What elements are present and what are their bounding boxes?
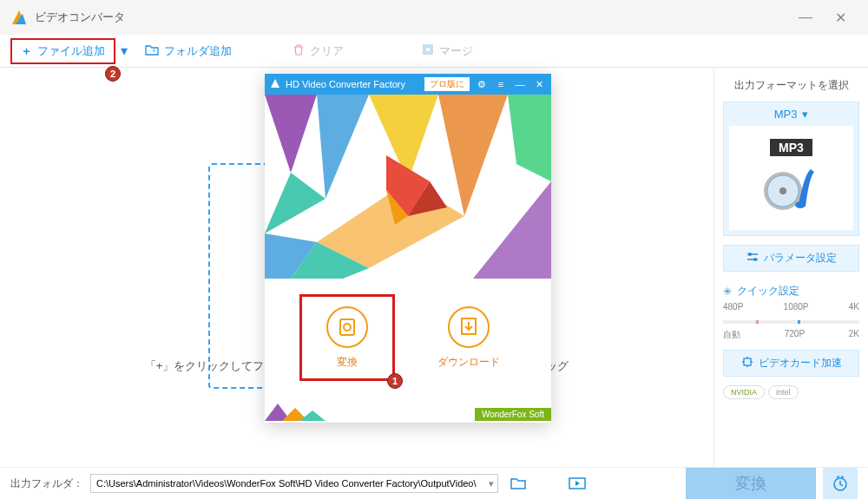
asterisk-icon: ✳ [723,286,732,298]
format-name: MP3 [774,108,798,121]
param-label: パラメータ設定 [764,251,837,266]
folder-plus-icon: + [145,43,159,58]
scale-4k: 4K [849,302,859,312]
app-logo-icon [10,9,28,26]
gpu-label: ビデオカード加速 [759,356,842,371]
svg-marker-7 [317,95,369,199]
merge-icon [422,43,434,58]
output-path-field[interactable]: C:\Users\Administrator\Videos\WonderFox … [90,474,498,493]
bottom-bar: 出力フォルダ： C:\Users\Administrator\Videos\Wo… [0,467,868,499]
add-file-button[interactable]: ＋ ファイル追加 2 [10,38,115,64]
open-folder-button[interactable] [564,473,590,494]
output-folder-label: 出力フォルダ： [10,476,83,491]
help-icon[interactable]: ≡ [494,79,508,89]
merge-label: マージ [439,43,473,59]
add-file-dropdown[interactable]: ▾ [121,43,128,59]
convert-icon [326,306,368,348]
title-bar: ビデオコンバータ — ✕ [0,0,868,35]
gpu-acceleration-button[interactable]: ビデオカード加速 [723,350,859,377]
nvidia-badge: NVIDIA [723,385,765,399]
svg-rect-19 [340,319,354,335]
output-path-text: C:\Users\Administrator\Videos\WonderFox … [96,478,477,489]
toolbar: ＋ ファイル追加 2 ▾ + フォルダ追加 クリア マージ [0,35,868,68]
add-file-label: ファイル追加 [37,43,105,59]
svg-point-29 [748,253,752,256]
parameter-settings-button[interactable]: パラメータ設定 [723,245,859,272]
launcher-banner [265,95,551,279]
download-icon [448,306,490,348]
clear-label: クリア [310,43,344,59]
svg-marker-8 [265,173,326,233]
clear-button[interactable]: クリア [284,40,352,62]
launcher-tiles: 変換 1 ダウンロード [265,279,551,386]
pro-badge[interactable]: プロ版に [424,77,470,91]
minimize-button[interactable]: — [788,4,823,30]
chevron-down-icon: ▾ [489,478,494,489]
launcher-logo-icon [270,78,280,90]
scale-2k: 2K [849,329,859,341]
format-icon: MP3 [729,126,853,230]
convert-label: 変換 [337,355,358,370]
svg-marker-11 [508,95,551,181]
scale-480p: 480P [723,302,743,312]
center-pane: 「+」をクリックしてファイルを追加するか、複数のビデオやオーディオをドラッグしま… [0,68,713,467]
gpu-logos: NVIDIA intel [723,385,859,399]
footer-triangles-icon [265,404,326,421]
svg-marker-10 [438,95,508,216]
svg-point-30 [753,258,757,261]
chip-icon [741,356,753,371]
settings-icon[interactable]: ⚙ [475,79,489,90]
browse-folder-button[interactable] [505,473,531,494]
scale-1080p: 1080P [784,302,809,312]
main-content: 「+」をクリックしてファイルを追加するか、複数のビデオやオーディオをドラッグしま… [0,68,868,467]
launcher-window: HD Video Converter Factory プロ版に ⚙ ≡ — ✕ [265,74,551,423]
add-folder-button[interactable]: + フォルダ追加 [136,40,240,62]
svg-point-27 [779,187,786,194]
merge-button[interactable]: マージ [413,40,482,62]
launcher-close-button[interactable]: ✕ [532,79,546,90]
svg-point-28 [795,201,806,208]
sliders-icon [746,252,759,265]
svg-marker-24 [299,410,326,421]
scale-720p: 720P [785,329,805,341]
schedule-button[interactable] [823,468,858,500]
download-label: ダウンロード [437,355,500,370]
svg-rect-31 [744,358,751,365]
svg-marker-5 [271,79,279,88]
svg-text:+: + [152,47,156,55]
add-folder-label: フォルダ追加 [164,43,232,59]
sidebar: 出力フォーマットを選択 MP3 ▾ MP3 パラメータ設定 [713,68,868,467]
convert-button[interactable]: 変換 [686,468,816,500]
trash-icon [293,43,305,58]
launcher-header: HD Video Converter Factory プロ版に ⚙ ≡ — ✕ [265,74,551,95]
chevron-down-icon: ▾ [802,108,808,121]
window-title: ビデオコンバータ [35,10,788,25]
annotation-1: 1 [387,373,403,389]
output-format-selector[interactable]: MP3 ▾ MP3 [723,102,859,236]
intel-badge: intel [768,385,799,399]
svg-marker-6 [265,95,317,173]
close-button[interactable]: ✕ [823,4,858,30]
plus-icon: ＋ [21,43,32,59]
quick-label: クイック設定 [737,284,799,299]
download-tile[interactable]: ダウンロード [421,294,516,381]
quick-settings: ✳ クイック設定 480P 1080P 4K 自動 720P 2K [723,280,859,341]
resolution-slider[interactable] [723,320,859,324]
launcher-title: HD Video Converter Factory [286,79,419,89]
convert-button-label: 変換 [735,473,766,494]
launcher-footer: WonderFox Soft [265,386,551,421]
svg-rect-4 [425,47,431,52]
brand-badge: WonderFox Soft [475,408,551,421]
svg-point-20 [344,324,351,331]
scale-auto: 自動 [723,329,740,341]
launcher-minimize-button[interactable]: — [513,79,527,89]
format-section-title: 出力フォーマットを選択 [723,78,859,93]
svg-marker-13 [473,181,551,279]
convert-tile[interactable]: 変換 1 [299,294,395,381]
format-tag: MP3 [770,139,812,156]
